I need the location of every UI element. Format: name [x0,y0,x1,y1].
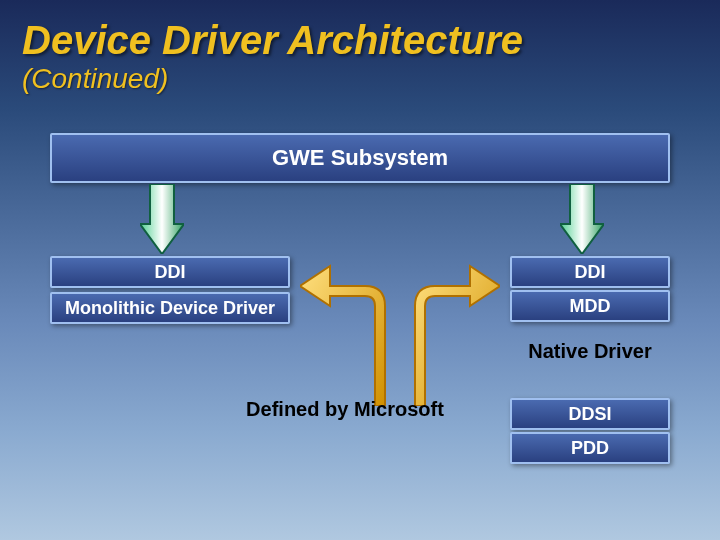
slide-subtitle: (Continued) [0,63,720,113]
arrow-down-right [560,184,604,254]
pdd-block: PDD [510,432,670,464]
slide-title: Device Driver Architecture [0,0,720,63]
ddi-left-block: DDI [50,256,290,288]
ddi-right-block: DDI [510,256,670,288]
svg-marker-1 [560,184,604,254]
gwe-subsystem-block: GWE Subsystem [50,133,670,183]
mdd-block: MDD [510,290,670,322]
arrow-down-left [140,184,184,254]
ddsi-block: DDSI [510,398,670,430]
defined-by-microsoft-label: Defined by Microsoft [225,398,465,421]
svg-marker-0 [140,184,184,254]
bent-arrows-icon [300,256,500,406]
monolithic-driver-block: Monolithic Device Driver [50,292,290,324]
native-driver-label: Native Driver [510,340,670,363]
